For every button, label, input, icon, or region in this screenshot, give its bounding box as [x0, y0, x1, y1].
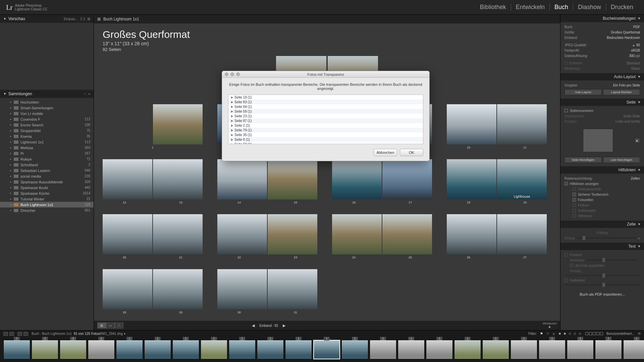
disclosure-triangle-icon[interactable]: ▸	[10, 163, 14, 166]
book-page[interactable]	[447, 214, 496, 254]
disclosure-triangle-icon[interactable]: ▸	[10, 197, 14, 200]
page-numbers-checkbox[interactable]	[565, 109, 568, 112]
view-single-button[interactable]: □	[115, 322, 123, 328]
disclosure-triangle-icon[interactable]: ▶	[231, 138, 233, 141]
collection-item[interactable]: ▸Pi187	[0, 150, 94, 156]
module-tab-diashow[interactable]: Diashow	[573, 4, 606, 11]
collection-item[interactable]: ▸Melissa303	[0, 145, 94, 150]
grid-icon[interactable]: ⊞	[97, 17, 101, 21]
page-text-checkbox[interactable]	[565, 279, 568, 282]
filmstrip-thumb[interactable]: 1	[595, 340, 622, 359]
collection-item[interactable]: ▸Sebastian Lastern546	[0, 168, 94, 173]
transparency-page-row[interactable]: ▶Seite 23 (1)	[228, 114, 423, 118]
auto-layout-header[interactable]: Auto-Layout▼	[560, 73, 644, 80]
preview-ratio-label[interactable]: 1:1	[80, 17, 85, 21]
filmstrip-thumb[interactable]: 1	[567, 340, 594, 359]
collection-item[interactable]: ▸Sparkasse Azubi440	[0, 185, 94, 190]
grid-snap-value[interactable]: Zellen	[631, 177, 640, 180]
disclosure-triangle-icon[interactable]: ▶	[231, 124, 233, 127]
disclosure-triangle-icon[interactable]: ▸	[10, 152, 14, 155]
disclosure-triangle-icon[interactable]: ▸	[10, 186, 14, 189]
nav-fwd-icon[interactable]	[23, 332, 28, 336]
guide-checkbox[interactable]	[573, 187, 576, 191]
jpeg-quality-value[interactable]: 90	[636, 43, 640, 47]
color-profile-value[interactable]: sRGB	[631, 49, 640, 52]
page-spread[interactable]: 2223	[217, 214, 317, 259]
page-panel-header[interactable]: Seite▼	[560, 99, 644, 106]
filmstrip-thumb[interactable]: 2	[88, 340, 115, 359]
book-page[interactable]	[332, 214, 382, 254]
book-canvas[interactable]: Großes Querformat 13" x 11" (33 x 28 cm)…	[94, 23, 560, 321]
export-pdf-button[interactable]: Buch als PDF exportieren...	[560, 289, 644, 300]
preview-header[interactable]: ▼ Vorschau Einpas... 1:1 ⊞	[0, 15, 94, 23]
disclosure-triangle-icon[interactable]: ▶	[231, 129, 233, 132]
book-page[interactable]	[153, 159, 203, 199]
show-guides-checkbox[interactable]: ✓	[565, 182, 568, 185]
book-page[interactable]	[268, 159, 317, 199]
guide-checkbox[interactable]	[573, 214, 576, 218]
filter-lock-icon[interactable]: ⟳	[638, 332, 641, 336]
dialog-page-list[interactable]: ▶Seite 18 (1)▶Seite 83 (1)▶Seite 84 (1)▶…	[228, 95, 423, 144]
cell-header[interactable]: Zelle▼	[560, 221, 644, 228]
disclosure-triangle-icon[interactable]: ▸	[10, 175, 14, 178]
disclosure-triangle-icon[interactable]: ▸	[10, 146, 14, 149]
filmstrip-path[interactable]: Buch : Buch Lightroom 1x1	[32, 332, 72, 336]
collection-item[interactable]: ▸Ksenia35	[0, 133, 94, 139]
cover-value[interactable]: Bedrucktes Hardcover	[607, 36, 640, 40]
guides-header[interactable]: Hilfslinien▼	[560, 166, 644, 174]
disclosure-triangle-icon[interactable]: ▸	[10, 169, 14, 172]
book-page[interactable]	[103, 159, 152, 199]
book-page[interactable]	[103, 214, 152, 254]
collection-item[interactable]: ▸Hochzeiten	[0, 99, 94, 105]
guide-checkbox[interactable]: ✓	[573, 193, 576, 196]
guide-checkbox[interactable]	[573, 209, 576, 212]
book-page[interactable]	[103, 269, 152, 309]
page-spread[interactable]: 1415	[217, 159, 317, 204]
book-page[interactable]	[268, 269, 317, 309]
page-spread[interactable]: 1617	[332, 159, 432, 204]
page-spread[interactable]: 2021	[103, 214, 203, 259]
page-spread[interactable]: 2425	[332, 214, 432, 259]
page-spread[interactable]: Lighthouse1819	[447, 159, 547, 204]
padding-slider[interactable]	[577, 237, 636, 239]
nav-back-icon[interactable]	[17, 332, 22, 336]
photo-text-checkbox[interactable]	[565, 253, 568, 256]
module-tab-entwickeln[interactable]: Entwickeln	[511, 4, 550, 11]
page-spread[interactable]: 1	[103, 104, 203, 149]
disclosure-triangle-icon[interactable]: ▶	[231, 110, 233, 113]
filmstrip-thumb[interactable]: 1	[454, 340, 481, 359]
view-spread-button[interactable]: ▭	[106, 322, 115, 328]
collections-plus-icon[interactable]: +	[88, 92, 90, 96]
book-page[interactable]	[497, 214, 547, 254]
disclosure-triangle-icon[interactable]: ▶	[231, 143, 233, 144]
disclosure-triangle-icon[interactable]: ▸	[10, 180, 14, 183]
collection-item[interactable]: ▸Covendos F112	[0, 116, 94, 122]
filmstrip-thumb[interactable]: 1	[623, 340, 644, 359]
clear-layout-button[interactable]: Layout löschen	[603, 89, 640, 95]
transparency-page-row[interactable]: ▶Seite 18 (1)	[228, 95, 423, 100]
filmstrip-thumb[interactable]: 1	[482, 340, 509, 359]
disclosure-triangle-icon[interactable]: ▸	[10, 129, 14, 132]
collection-item[interactable]: ▸Buch Lightroom 1x1125	[0, 202, 94, 207]
book-page[interactable]: Lighthouse	[497, 159, 547, 199]
disclosure-triangle-icon[interactable]: ▸	[10, 158, 14, 161]
compare-icon[interactable]: ≥	[553, 332, 555, 336]
collection-item[interactable]: ▸Drescher551	[0, 207, 94, 213]
module-tab-buch[interactable]: Buch	[550, 4, 573, 11]
book-page[interactable]	[382, 159, 432, 199]
filter-preset-dropdown[interactable]: Benutzerdefiniert...	[606, 332, 635, 336]
page-spread[interactable]: 1011	[447, 104, 547, 149]
collections-minus-icon[interactable]: −	[84, 92, 86, 96]
page-template-thumb[interactable]	[583, 129, 613, 152]
book-page[interactable]	[153, 269, 203, 309]
disclosure-triangle-icon[interactable]: ▸	[10, 106, 14, 109]
view-grid-button[interactable]: ▦	[97, 322, 106, 328]
book-page[interactable]	[332, 159, 382, 199]
star-filter[interactable]: ★ ★ ☆ ☆ ☆	[558, 331, 582, 336]
filmstrip-thumb[interactable]: 2	[60, 340, 87, 359]
disclosure-triangle-icon[interactable]: ▸	[10, 101, 14, 104]
filmstrip[interactable]: 12221111111111111111111	[0, 337, 644, 362]
disclosure-triangle-icon[interactable]: ▸	[10, 135, 14, 138]
filmstrip-thumb[interactable]: 1	[201, 340, 227, 359]
book-page[interactable]	[268, 214, 317, 254]
